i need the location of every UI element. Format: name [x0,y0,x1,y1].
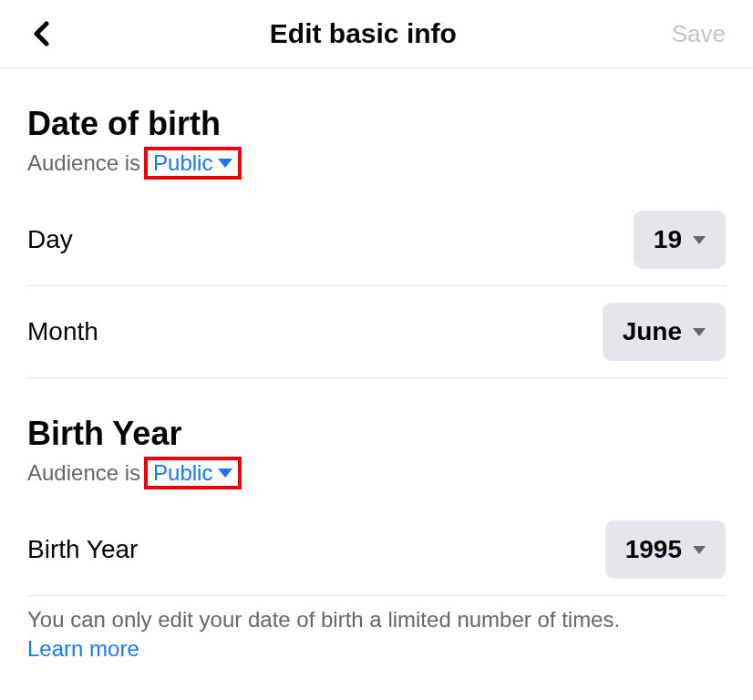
caret-down-icon [218,159,232,168]
birth-year-value: 1995 [625,535,682,564]
month-label: Month [27,317,98,346]
day-value: 19 [654,225,682,254]
dob-audience-value: Public [153,150,212,176]
birth-year-label: Birth Year [27,535,138,564]
year-audience-value: Public [153,460,212,486]
chevron-left-icon [33,21,49,46]
day-dropdown[interactable]: 19 [634,211,726,269]
caret-down-icon [693,236,706,244]
note-text: You can only edit your date of birth a l… [27,607,620,632]
note-text-container: You can only edit your date of birth a l… [0,596,753,664]
birth-year-dropdown[interactable]: 1995 [605,520,726,579]
page-title: Edit basic info [55,18,672,49]
page-header: Edit basic info Save [0,0,753,68]
dob-section-title: Date of birth [27,105,726,143]
save-button[interactable]: Save [672,20,726,48]
year-audience-selector[interactable]: Public [144,457,242,489]
dob-audience-row: Audience is Public [27,147,726,180]
month-dropdown[interactable]: June [603,303,726,361]
audience-label: Audience is [27,460,140,486]
month-row: Month June [27,286,726,378]
year-section: Birth Year Audience is Public Birth Year… [0,378,753,596]
dob-section: Date of birth Audience is Public Day 19 … [0,68,753,378]
day-label: Day [27,225,73,254]
back-button[interactable] [27,20,55,47]
caret-down-icon [218,468,232,478]
birth-year-row: Birth Year 1995 [27,504,726,596]
caret-down-icon [693,546,706,554]
year-section-title: Birth Year [27,415,726,453]
audience-label: Audience is [27,150,140,176]
caret-down-icon [693,328,706,336]
month-value: June [623,317,682,346]
dob-audience-selector[interactable]: Public [144,147,242,180]
year-audience-row: Audience is Public [27,457,726,489]
learn-more-link[interactable]: Learn more [27,636,139,661]
day-row: Day 19 [27,194,726,286]
